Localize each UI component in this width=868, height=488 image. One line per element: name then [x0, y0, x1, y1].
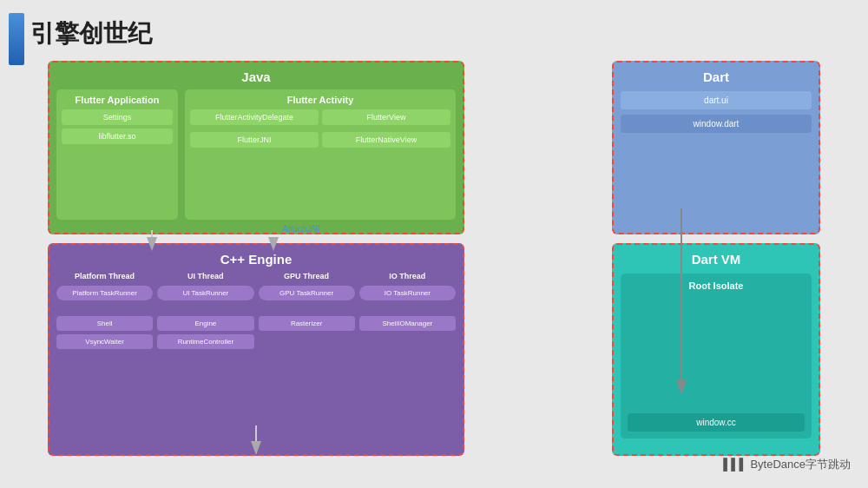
dart-ui-item: dart.ui — [621, 91, 812, 109]
page-background: 引擎创世纪 ▌▌▌ ByteDance字节跳动 Java Flutter App… — [0, 0, 868, 488]
shell-io-manager: ShellIOManager — [359, 316, 456, 331]
java-box: Java Flutter Application Settings libflu… — [48, 61, 464, 234]
cpp-engine-box: C++ Engine Platform Thread Platform Task… — [48, 243, 464, 456]
java-inner: Flutter Application Settings libflutter.… — [56, 89, 456, 220]
flutter-activity-title: Flutter Activity — [190, 95, 450, 105]
libflutter-item: libflutter.so — [62, 129, 173, 144]
cpp-title: C++ Engine — [56, 252, 456, 267]
dart-vm-box: Dart VM Root Isolate window.cc — [612, 243, 820, 456]
flutter-activity-delegate: FlutterActivityDelegate — [190, 109, 319, 125]
dart-box: Dart dart.ui window.dart — [612, 61, 820, 234]
ui-taskrunner: UI TaskRunner — [157, 286, 253, 300]
platform-taskrunner: Platform TaskRunner — [56, 286, 153, 300]
flutter-application-box: Flutter Application Settings libflutter.… — [56, 89, 178, 220]
platform-thread-title: Platform Thread — [56, 272, 153, 280]
dart-title: Dart — [621, 69, 812, 84]
root-isolate-box: Root Isolate window.cc — [621, 274, 812, 439]
dart-vm-title: Dart VM — [621, 252, 812, 267]
root-isolate-title: Root Isolate — [628, 280, 805, 291]
settings-item: Settings — [62, 109, 173, 125]
vsync-waiter: VsyncWaiter — [56, 334, 153, 349]
flutter-view: FlutterView — [322, 109, 450, 125]
attach-jni-label: AttachJNI — [282, 224, 319, 234]
gpu-thread-title: GPU Thread — [259, 272, 355, 280]
platform-thread-col: Platform Thread Platform TaskRunner Shel… — [56, 272, 153, 441]
flutter-native-view: FlutterNativeView — [322, 132, 450, 148]
runtime-controller: RuntimeController — [157, 334, 253, 349]
page-title: 引擎创世纪 — [30, 17, 152, 50]
java-title: Java — [56, 69, 456, 84]
rasterizer-item: Rasterizer — [259, 316, 355, 331]
io-taskrunner: IO TaskRunner — [359, 286, 456, 300]
ui-thread-title: UI Thread — [157, 272, 253, 280]
io-thread-col: IO Thread IO TaskRunner ShellIOManager — [359, 272, 456, 441]
shell-item: Shell — [56, 316, 153, 331]
flutter-app-title: Flutter Application — [62, 95, 173, 105]
gpu-thread-col: GPU Thread GPU TaskRunner Rasterizer — [259, 272, 355, 441]
threads-row: Platform Thread Platform TaskRunner Shel… — [56, 272, 456, 441]
flutter-jni: FlutterJNI — [190, 132, 319, 148]
gpu-taskrunner: GPU TaskRunner — [259, 286, 355, 300]
engine-item: Engine — [157, 316, 253, 331]
io-thread-title: IO Thread — [359, 272, 456, 280]
flutter-activity-grid: FlutterActivityDelegate FlutterView Flut… — [190, 109, 450, 151]
window-cc-item: window.cc — [628, 413, 805, 432]
architecture-diagram: Java Flutter Application Settings libflu… — [48, 61, 820, 460]
ui-thread-col: UI Thread UI TaskRunner Engine RuntimeCo… — [157, 272, 253, 441]
flutter-activity-box: Flutter Activity FlutterActivityDelegate… — [185, 89, 456, 220]
left-accent-bar — [9, 13, 24, 65]
window-dart-item: window.dart — [621, 115, 812, 133]
